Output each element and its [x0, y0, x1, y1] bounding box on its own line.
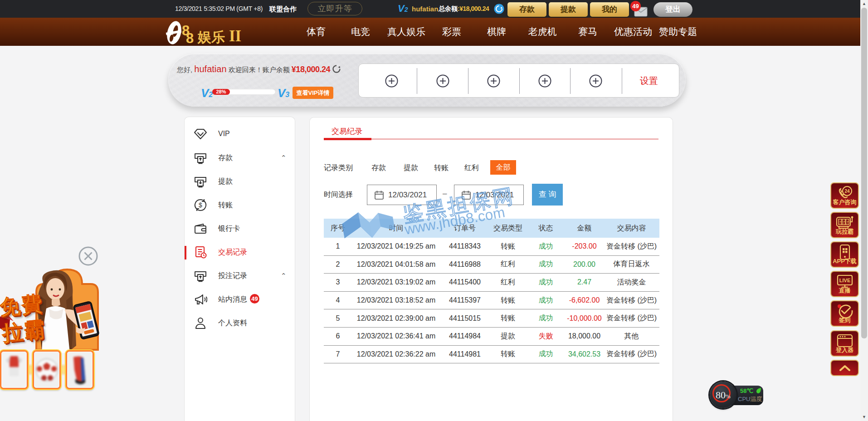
- svg-text:LIVE: LIVE: [839, 278, 850, 283]
- svg-text:7: 7: [839, 220, 841, 225]
- svg-text:8: 8: [186, 30, 194, 46]
- svg-text:7: 7: [842, 220, 844, 225]
- svg-text:II: II: [229, 27, 241, 45]
- svg-text:24: 24: [844, 189, 850, 194]
- svg-text:$: $: [199, 201, 202, 209]
- svg-text:娱乐: 娱乐: [197, 29, 225, 44]
- svg-text:7: 7: [846, 220, 848, 225]
